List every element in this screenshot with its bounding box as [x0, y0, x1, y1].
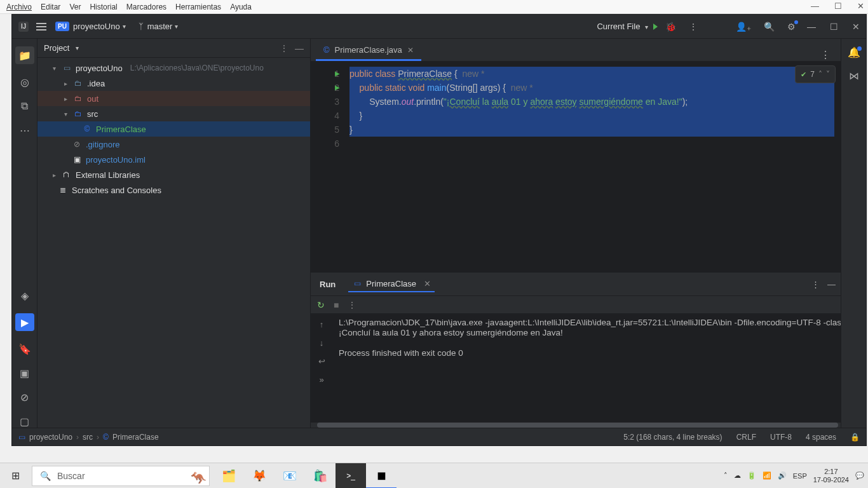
taskbar-search[interactable]: 🔍 Buscar 🦘 [32, 466, 210, 486]
run-line-icon[interactable]: ▶ [335, 67, 340, 81]
project-panel-header[interactable]: Project▾ ⋮ — [37, 39, 310, 58]
chevron-down-icon[interactable]: ˅ [826, 67, 830, 81]
menu-ver[interactable]: Ver [69, 3, 81, 11]
editor-tab[interactable]: © PrimeraClase.java ✕ [316, 41, 421, 61]
ide-minimize-icon[interactable]: — [807, 22, 816, 32]
tray-language[interactable]: ESP [793, 472, 807, 480]
breadcrumb[interactable]: ▭ proyectoUno› src› © PrimeraClase [18, 433, 159, 442]
run-tool-hide-icon[interactable]: — [827, 280, 836, 289]
run-toolbar-more-icon[interactable]: ⋮ [348, 300, 356, 310]
commit-tool-icon[interactable]: ◎ [18, 76, 31, 88]
tray-volume-icon[interactable]: 🔊 [778, 471, 787, 480]
menu-historial[interactable]: Historial [90, 3, 117, 11]
vcs-branch-widget[interactable]: ᛉ master ▾ [139, 22, 179, 31]
run-config-selector[interactable]: Current File ▾ [597, 22, 648, 31]
start-button[interactable]: ⊞ [0, 463, 31, 489]
add-user-icon[interactable]: 👤₊ [736, 22, 751, 32]
taskbar-app-firefox[interactable]: 🦊 [244, 463, 275, 489]
class-icon: ▭ [352, 279, 362, 288]
ide-close-icon[interactable]: ✕ [852, 22, 860, 32]
chevron-up-icon[interactable]: ˄ [818, 67, 822, 81]
close-tab-icon[interactable]: ✕ [424, 279, 431, 288]
tree-iml[interactable]: ▣ proyectoUno.iml [37, 152, 310, 167]
project-panel-hide-icon[interactable]: — [295, 43, 304, 53]
editor-tab-options-icon[interactable]: ⋮ [815, 49, 836, 61]
scroll-down-icon[interactable]: ↓ [320, 338, 324, 348]
tree-ext-libs[interactable]: ▸ ⛫ External Libraries [37, 167, 310, 182]
search-everywhere-icon[interactable]: 🔍 [764, 22, 775, 32]
taskbar-app-store[interactable]: 🛍️ [305, 463, 336, 489]
file-encoding[interactable]: UTF-8 [770, 433, 792, 442]
menu-marcadores[interactable]: Marcadores [126, 3, 166, 11]
tray-notifications-icon[interactable]: 💬 [855, 471, 864, 480]
tray-clock[interactable]: 2:17 17-09-2024 [813, 468, 849, 484]
build-tool-icon[interactable]: ▣ [18, 367, 31, 379]
run-button[interactable] [653, 21, 658, 32]
terminal-tool-icon[interactable]: ▢ [18, 415, 31, 428]
taskbar-app-outlook[interactable]: 📧 [275, 463, 305, 489]
menu-archivo[interactable]: Archivo [6, 3, 32, 11]
ide-maximize-icon[interactable]: ☐ [830, 22, 838, 32]
settings-icon[interactable]: ⚙ [787, 22, 796, 32]
tree-out-folder[interactable]: ▸ 🗀 out [37, 91, 310, 106]
window-minimize-icon[interactable]: — [811, 1, 819, 11]
more-tools-icon[interactable]: ⋯ [18, 124, 31, 137]
tree-scratches[interactable]: ≣ Scratches and Consoles [37, 182, 310, 198]
close-tab-icon[interactable]: ✕ [407, 46, 414, 55]
run-h-scrollbar[interactable] [311, 423, 841, 428]
run-config-tab[interactable]: ▭ PrimeraClase ✕ [348, 276, 435, 292]
menu-herramientas[interactable]: Herramientas [175, 3, 221, 11]
tree-gitignore[interactable]: ⊘ .gitignore [37, 137, 310, 152]
line-separator[interactable]: CRLF [736, 433, 756, 442]
soft-wrap-icon[interactable]: ↩ [318, 356, 325, 366]
caret-position[interactable]: 5:2 (168 chars, 4 line breaks) [623, 433, 722, 442]
statusbar: ▭ proyectoUno› src› © PrimeraClase 5:2 (… [12, 428, 866, 445]
project-dropdown[interactable]: proyectoUno [73, 22, 120, 31]
run-tool-more-icon[interactable]: ⋮ [811, 280, 820, 289]
editor-gutter[interactable]: ▶ ▶ 1 2 3 4 5 6 [311, 62, 346, 272]
tray-onedrive-icon[interactable]: ☁ [734, 471, 741, 480]
tree-class-file[interactable]: © PrimeraClase [37, 121, 310, 137]
run-output[interactable]: L:\Programacion\JDK_17\bin\java.exe -jav… [332, 313, 841, 423]
project-tree[interactable]: ▾ ▭ proyectoUno L:\Aplicaciones\Java\ONE… [37, 58, 310, 200]
notifications-icon[interactable]: 🔔 [848, 46, 860, 58]
project-tool-icon[interactable]: 📁 [15, 46, 34, 64]
menu-ayuda[interactable]: Ayuda [230, 3, 252, 11]
more-run-options-icon[interactable]: ⋮ [689, 22, 698, 32]
tree-root[interactable]: ▾ ▭ proyectoUno L:\Aplicaciones\Java\ONE… [37, 60, 310, 76]
debug-button[interactable]: 🐞 [665, 22, 676, 32]
tray-wifi-icon[interactable]: 📶 [763, 471, 771, 480]
code-area[interactable]: public class PrimeraClase { new * public… [346, 62, 841, 272]
project-badge[interactable]: PU [55, 22, 69, 31]
run-tool-icon[interactable]: ▶ [15, 313, 34, 331]
stop-button[interactable]: ■ [334, 300, 339, 310]
indent-widget[interactable]: 4 spaces [806, 433, 836, 442]
taskbar-app-explorer[interactable]: 🗂️ [214, 463, 244, 489]
scroll-up-icon[interactable]: ↑ [320, 320, 324, 329]
bookmarks-tool-icon[interactable]: 🔖 [18, 342, 31, 355]
services-tool-icon[interactable]: ◈ [18, 289, 31, 302]
run-tab[interactable]: Run [316, 277, 339, 292]
main-menu-icon[interactable] [36, 23, 46, 30]
structure-tool-icon[interactable]: ⧉ [18, 100, 31, 112]
tray-battery-icon[interactable]: 🔋 [747, 471, 756, 480]
readonly-lock-icon[interactable]: 🔒 [850, 433, 860, 442]
taskbar-app-terminal[interactable]: >_ [336, 463, 366, 489]
chevron-down-icon[interactable]: ▾ [123, 23, 126, 30]
rerun-button[interactable]: ↻ [317, 300, 325, 310]
run-line-icon[interactable]: ▶ [335, 81, 340, 95]
project-panel-more-icon[interactable]: ⋮ [280, 43, 288, 53]
code-editor[interactable]: ▶ ▶ 1 2 3 4 5 6 public class PrimeraClas… [311, 62, 841, 272]
ai-assistant-icon[interactable]: ⋈ [849, 70, 859, 82]
tree-src-folder[interactable]: ▾ 🗀 src [37, 106, 310, 121]
window-maximize-icon[interactable]: ☐ [834, 1, 842, 11]
tree-idea-folder[interactable]: ▸ 🗀 .idea [37, 76, 310, 91]
tray-chevron-icon[interactable]: ˄ [724, 471, 728, 480]
inspections-widget[interactable]: ✔ 7 ˄ ˅ [795, 65, 836, 83]
problems-tool-icon[interactable]: ⊘ [18, 391, 31, 403]
left-toolwindow-strip: 📁 ◎ ⧉ ⋯ ◈ ▶ 🔖 ▣ ⊘ ▢ [12, 39, 37, 428]
menu-editar[interactable]: Editar [41, 3, 60, 11]
taskbar-app-intellij[interactable]: ◼ [366, 463, 397, 489]
scroll-to-end-icon[interactable]: » [319, 375, 323, 384]
window-close-icon[interactable]: ✕ [857, 1, 864, 11]
